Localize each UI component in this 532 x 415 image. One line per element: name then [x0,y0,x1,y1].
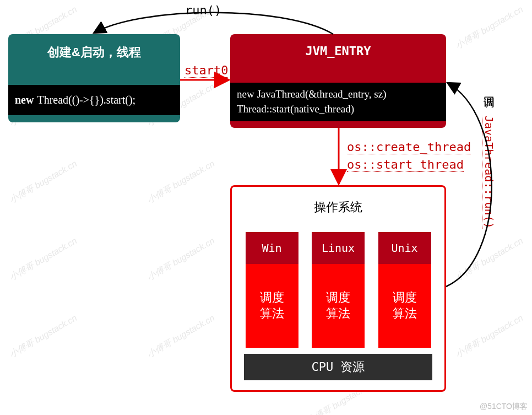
os-name-linux: Linux [312,232,365,264]
java-box-title: 创建&启动，线程 [8,34,180,61]
java-code-text: Thread(()->{}).start(); [37,94,135,106]
label-run: run() [185,3,221,17]
footer-credit: @51CTO博客 [480,402,528,412]
watermark: 小傅哥 bugstack.cn [8,235,79,283]
sched-linux: 调度算法 [312,264,365,348]
watermark: 小傅哥 bugstack.cn [145,312,217,360]
watermark: 小傅哥 bugstack.cn [454,235,525,283]
watermark: 小傅哥 bugstack.cn [8,312,79,360]
jvm-entry-box: JVM_ENTRY new JavaThread(&thread_entry, … [230,34,446,128]
label-start-thread: os::start_thread [347,158,464,172]
sched-win: 调度算法 [246,264,298,348]
os-columns: Win 调度算法 Linux 调度算法 Unix 调度算法 [232,232,444,348]
os-title: 操作系统 [232,187,444,215]
os-name-unix: Unix [378,232,431,264]
os-box: 操作系统 Win 调度算法 Linux 调度算法 Unix 调度算法 CPU 资… [230,185,446,392]
label-create-thread: os::create_thread [347,140,471,154]
jvm-code-line1: new JavaThread(&thread_entry, sz) [237,87,439,102]
os-col-linux: Linux 调度算法 [312,232,365,348]
watermark: 小傅哥 bugstack.cn [454,312,525,360]
label-start0: start0 [184,63,228,78]
watermark: 小傅哥 bugstack.cn [454,4,525,52]
jvm-code-line2: Thread::start(native_thread) [237,102,439,117]
label-javathread-run: JavaThread::run() [482,116,496,229]
java-thread-box: 创建&启动，线程 new Thread(()->{}).start(); [8,34,180,122]
jvm-box-code: new JavaThread(&thread_entry, sz) Thread… [230,83,446,121]
watermark: 小傅哥 bugstack.cn [145,235,217,283]
cpu-resource: CPU 资源 [244,354,432,380]
jvm-box-title: JVM_ENTRY [230,34,446,58]
os-col-win: Win 调度算法 [246,232,298,348]
watermark: 小傅哥 bugstack.cn [8,158,79,206]
sched-unix: 调度算法 [378,264,431,348]
os-col-unix: Unix 调度算法 [378,232,431,348]
java-box-code: new Thread(()->{}).start(); [8,85,180,115]
keyword-new: new [15,94,34,106]
os-name-win: Win [246,232,298,264]
watermark: 小傅哥 bugstack.cn [145,158,217,206]
